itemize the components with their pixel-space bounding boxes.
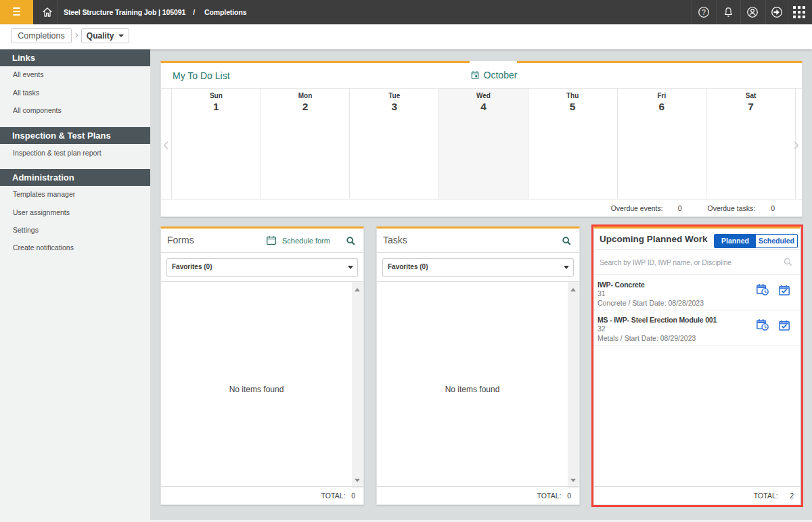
svg-text:?: ?: [702, 9, 706, 16]
